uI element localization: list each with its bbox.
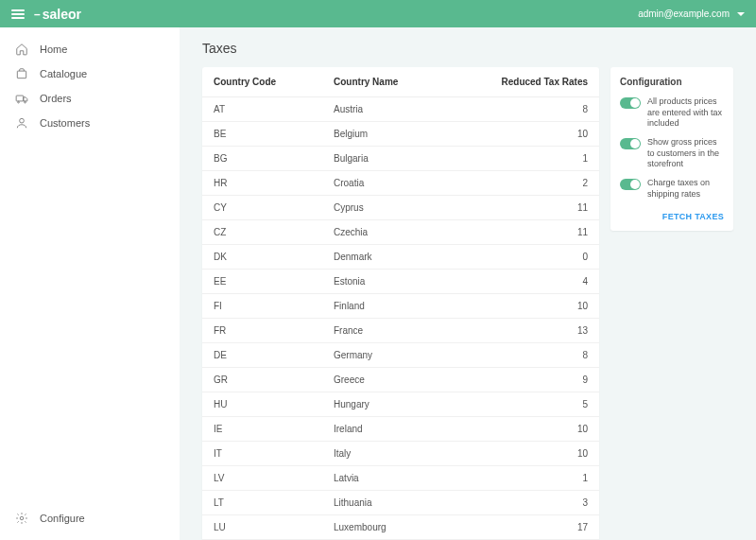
gear-icon	[15, 512, 28, 525]
cell-code: BG	[202, 147, 322, 171]
table-row[interactable]: ATAustria8	[202, 97, 599, 122]
toggle-switch[interactable]	[620, 179, 641, 190]
main-content: Taxes Country Code Country Name Reduced …	[180, 27, 756, 540]
cell-name: Luxembourg	[322, 515, 445, 540]
cell-rates: 2	[445, 171, 599, 196]
cell-name: Hungary	[322, 392, 445, 417]
toggle-label: Show gross prices to customers in the st…	[647, 137, 724, 170]
table-row[interactable]: HRCroatia2	[202, 171, 599, 196]
cell-code: LT	[202, 491, 322, 515]
chevron-down-icon	[737, 12, 745, 16]
toggle-label: Charge taxes on shipping rates	[647, 178, 724, 200]
config-title: Configuration	[620, 77, 724, 87]
orders-icon	[15, 92, 28, 105]
taxes-table: Country Code Country Name Reduced Tax Ra…	[202, 67, 599, 540]
sidebar-item-orders[interactable]: Orders	[0, 86, 180, 111]
fetch-taxes-button[interactable]: FETCH TAXES	[662, 212, 724, 221]
svg-rect-1	[16, 96, 24, 101]
sidebar-item-label: Customers	[40, 117, 90, 129]
user-menu[interactable]: admin@example.com	[638, 9, 745, 19]
cell-name: Latvia	[322, 466, 445, 491]
table-row[interactable]: DKDenmark0	[202, 245, 599, 270]
cell-code: HU	[202, 392, 322, 417]
sidebar-item-customers[interactable]: Customers	[0, 111, 180, 135]
table-row[interactable]: EEEstonia4	[202, 270, 599, 294]
cell-code: HR	[202, 171, 322, 196]
cell-rates: 1	[445, 147, 599, 171]
cell-rates: 17	[445, 515, 599, 540]
cell-name: Germany	[322, 343, 445, 368]
table-row[interactable]: ITItaly10	[202, 442, 599, 466]
menu-icon[interactable]	[11, 9, 25, 19]
cell-name: Belgium	[322, 122, 445, 147]
table-row[interactable]: CYCyprus11	[202, 196, 599, 220]
col-header-rates: Reduced Tax Rates	[445, 67, 599, 97]
cell-code: LV	[202, 466, 322, 491]
cell-rates: 10	[445, 417, 599, 442]
cell-name: Italy	[322, 442, 445, 466]
cell-rates: 13	[445, 319, 599, 343]
table-row[interactable]: LTLithuania3	[202, 491, 599, 515]
cell-rates: 9	[445, 368, 599, 392]
sidebar-item-label: Home	[40, 44, 67, 55]
cell-code: DK	[202, 245, 322, 270]
table-row[interactable]: LULuxembourg17	[202, 515, 599, 540]
cell-name: Croatia	[322, 171, 445, 196]
cell-name: Denmark	[322, 245, 445, 270]
cell-name: Lithuania	[322, 491, 445, 515]
cell-rates: 11	[445, 220, 599, 245]
cell-name: Ireland	[322, 417, 445, 442]
svg-point-5	[20, 516, 24, 520]
table-row[interactable]: GRGreece9	[202, 368, 599, 392]
cell-code: FI	[202, 294, 322, 319]
table-row[interactable]: HUHungary5	[202, 392, 599, 417]
table-row[interactable]: FRFrance13	[202, 319, 599, 343]
logo-mark: –	[34, 8, 41, 21]
table-row[interactable]: FIFinland10	[202, 294, 599, 319]
cell-name: Cyprus	[322, 196, 445, 220]
sidebar-item-home[interactable]: Home	[0, 37, 180, 61]
cell-name: Finland	[322, 294, 445, 319]
cell-code: GR	[202, 368, 322, 392]
page-title: Taxes	[202, 41, 733, 56]
cell-code: AT	[202, 97, 322, 122]
table-row[interactable]: BGBulgaria1	[202, 147, 599, 171]
logo-text: saleor	[43, 7, 81, 22]
sidebar-item-label: Catalogue	[40, 68, 87, 79]
toggle-label: All products prices are entered with tax…	[647, 96, 724, 130]
catalogue-icon	[15, 67, 28, 80]
table-row[interactable]: IEIreland10	[202, 417, 599, 442]
cell-rates: 8	[445, 343, 599, 368]
home-icon	[15, 43, 28, 56]
table-row[interactable]: BEBelgium10	[202, 122, 599, 147]
svg-point-3	[25, 101, 26, 103]
top-bar: – saleor admin@example.com	[0, 0, 756, 27]
cell-code: FR	[202, 319, 322, 343]
taxes-table-card: Country Code Country Name Reduced Tax Ra…	[202, 67, 599, 540]
cell-rates: 10	[445, 122, 599, 147]
col-header-name: Country Name	[322, 67, 445, 97]
cell-rates: 5	[445, 392, 599, 417]
cell-rates: 10	[445, 294, 599, 319]
svg-point-2	[18, 101, 20, 103]
table-row[interactable]: CZCzechia11	[202, 220, 599, 245]
svg-point-4	[20, 118, 25, 123]
cell-rates: 4	[445, 270, 599, 294]
cell-code: IE	[202, 417, 322, 442]
table-row[interactable]: LVLatvia1	[202, 466, 599, 491]
toggle-switch[interactable]	[620, 138, 641, 149]
cell-rates: 11	[445, 196, 599, 220]
sidebar-item-catalogue[interactable]: Catalogue	[0, 61, 180, 86]
logo[interactable]: – saleor	[34, 7, 81, 22]
toggle-row: Charge taxes on shipping rates	[620, 178, 724, 200]
sidebar-item-label: Orders	[40, 93, 72, 104]
cell-rates: 1	[445, 466, 599, 491]
cell-rates: 8	[445, 97, 599, 122]
cell-name: France	[322, 319, 445, 343]
cell-rates: 10	[445, 442, 599, 466]
toggle-switch[interactable]	[620, 97, 641, 109]
sidebar-item-configure[interactable]: Configure	[0, 506, 180, 531]
cell-code: BE	[202, 122, 322, 147]
cell-rates: 3	[445, 491, 599, 515]
table-row[interactable]: DEGermany8	[202, 343, 599, 368]
